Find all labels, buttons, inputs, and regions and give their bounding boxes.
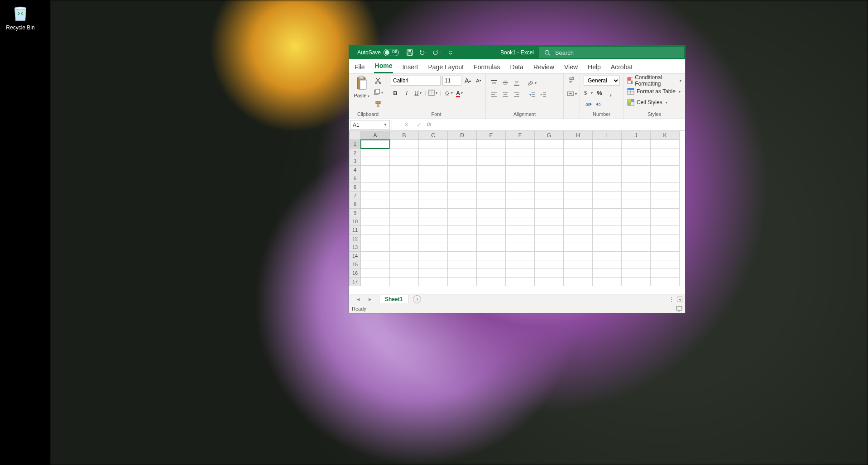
tab-help[interactable]: Help: [587, 61, 602, 73]
row-header[interactable]: 11: [349, 226, 361, 235]
cell[interactable]: [622, 157, 651, 166]
align-center-button[interactable]: [501, 90, 510, 99]
search-bar[interactable]: [539, 47, 684, 58]
cell[interactable]: [419, 252, 448, 260]
cell[interactable]: [419, 192, 448, 200]
cell[interactable]: [622, 174, 651, 183]
cell[interactable]: [651, 226, 680, 235]
merge-center-button[interactable]: [566, 89, 578, 98]
cell[interactable]: [390, 174, 419, 183]
cell[interactable]: [361, 252, 390, 260]
cell[interactable]: [622, 252, 651, 260]
cell[interactable]: [361, 269, 390, 278]
row-header[interactable]: 15: [349, 260, 361, 269]
cell[interactable]: [593, 192, 622, 200]
cell[interactable]: [419, 166, 448, 174]
cell[interactable]: [361, 209, 390, 217]
cell[interactable]: [535, 200, 564, 209]
cell[interactable]: [564, 174, 593, 183]
cell[interactable]: [564, 252, 593, 260]
cell[interactable]: [622, 235, 651, 243]
cell[interactable]: [535, 260, 564, 269]
align-right-button[interactable]: [512, 90, 521, 99]
cell[interactable]: [419, 235, 448, 243]
cell[interactable]: [448, 209, 477, 217]
tab-insert[interactable]: Insert: [401, 61, 419, 73]
cell[interactable]: [593, 235, 622, 243]
cell[interactable]: [593, 183, 622, 192]
cut-button[interactable]: [373, 76, 383, 86]
orientation-button[interactable]: ab: [528, 78, 537, 87]
cell[interactable]: [651, 149, 680, 157]
cell[interactable]: [361, 200, 390, 209]
cell[interactable]: [477, 243, 506, 252]
cell[interactable]: [419, 140, 448, 149]
tab-data[interactable]: Data: [509, 61, 524, 73]
cell[interactable]: [651, 166, 680, 174]
fill-color-button[interactable]: [444, 88, 453, 97]
cell[interactable]: [622, 217, 651, 226]
cell[interactable]: [564, 192, 593, 200]
cell[interactable]: [622, 209, 651, 217]
column-header[interactable]: D: [448, 131, 477, 140]
sheet-nav-prev[interactable]: ◂: [354, 295, 363, 304]
paste-button[interactable]: Paste: [353, 76, 370, 98]
cell[interactable]: [651, 174, 680, 183]
sheet-tab[interactable]: Sheet1: [379, 295, 408, 303]
cell[interactable]: [361, 278, 390, 286]
redo-button[interactable]: [432, 48, 441, 57]
cell[interactable]: [506, 252, 535, 260]
cell[interactable]: [419, 149, 448, 157]
cell[interactable]: [361, 217, 390, 226]
column-header[interactable]: A: [361, 131, 390, 140]
cell[interactable]: [622, 243, 651, 252]
row-header[interactable]: 8: [349, 200, 361, 209]
cell[interactable]: [448, 140, 477, 149]
cell[interactable]: [361, 243, 390, 252]
cell[interactable]: [448, 192, 477, 200]
cell[interactable]: [651, 183, 680, 192]
row-header[interactable]: 12: [349, 235, 361, 243]
cell[interactable]: [506, 174, 535, 183]
cell[interactable]: [448, 183, 477, 192]
cell[interactable]: [593, 269, 622, 278]
cell[interactable]: [651, 157, 680, 166]
cell[interactable]: [564, 166, 593, 174]
recycle-bin-desktop-icon[interactable]: Recycle Bin: [5, 4, 36, 31]
cell[interactable]: [419, 209, 448, 217]
cell[interactable]: [361, 149, 390, 157]
bold-button[interactable]: B: [391, 88, 400, 97]
decrease-indent-button[interactable]: [528, 90, 537, 99]
cell[interactable]: [419, 200, 448, 209]
cell[interactable]: [593, 157, 622, 166]
cell[interactable]: [506, 183, 535, 192]
row-header[interactable]: 7: [349, 192, 361, 200]
autosave-toggle[interactable]: AutoSave Off: [357, 49, 399, 56]
row-header[interactable]: 6: [349, 183, 361, 192]
cell[interactable]: [390, 140, 419, 149]
qat-customize-button[interactable]: [446, 48, 455, 57]
cell[interactable]: [390, 252, 419, 260]
cell[interactable]: [593, 278, 622, 286]
cell[interactable]: [622, 226, 651, 235]
increase-font-button[interactable]: A▴: [463, 76, 472, 85]
scroll-left-button[interactable]: ◂: [677, 297, 682, 302]
cell[interactable]: [651, 278, 680, 286]
tab-home[interactable]: Home: [374, 59, 393, 73]
cell[interactable]: [535, 157, 564, 166]
cell[interactable]: [361, 183, 390, 192]
cell[interactable]: [506, 166, 535, 174]
cell[interactable]: [535, 217, 564, 226]
tab-page-layout[interactable]: Page Layout: [427, 61, 465, 73]
cell[interactable]: [535, 235, 564, 243]
cell[interactable]: [448, 226, 477, 235]
cell[interactable]: [361, 166, 390, 174]
row-header[interactable]: 3: [349, 157, 361, 166]
cell[interactable]: [390, 243, 419, 252]
cell[interactable]: [390, 235, 419, 243]
undo-button[interactable]: [419, 48, 428, 57]
cell[interactable]: [622, 192, 651, 200]
cell[interactable]: [390, 149, 419, 157]
cell[interactable]: [535, 243, 564, 252]
cell[interactable]: [564, 260, 593, 269]
